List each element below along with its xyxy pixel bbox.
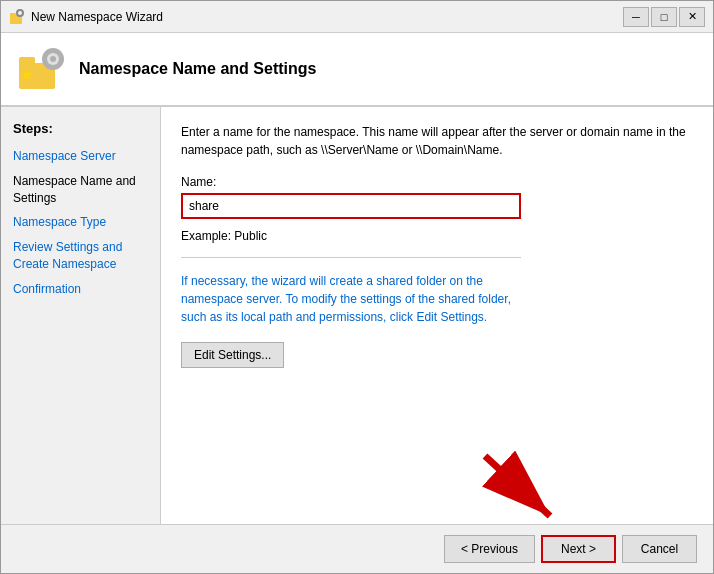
svg-point-3 xyxy=(18,11,22,15)
name-form-group: Name: xyxy=(181,175,693,219)
sidebar: Steps: Namespace Server Namespace Name a… xyxy=(1,107,161,524)
svg-rect-1 xyxy=(10,13,16,17)
svg-rect-11 xyxy=(43,57,47,61)
sidebar-item-namespace-server[interactable]: Namespace Server xyxy=(1,144,160,169)
sidebar-item-namespace-name-settings[interactable]: Namespace Name and Settings xyxy=(1,169,160,211)
info-text: If necessary, the wizard will create a s… xyxy=(181,272,521,326)
svg-rect-5 xyxy=(19,57,35,67)
title-bar: New Namespace Wizard ─ □ ✕ xyxy=(1,1,713,33)
edit-settings-button[interactable]: Edit Settings... xyxy=(181,342,284,368)
svg-rect-10 xyxy=(51,65,55,69)
wizard-window: New Namespace Wizard ─ □ ✕ xyxy=(0,0,714,574)
sidebar-item-review-settings[interactable]: Review Settings and Create Namespace xyxy=(1,235,160,277)
example-text: Example: Public xyxy=(181,229,693,243)
next-button[interactable]: Next > xyxy=(541,535,616,563)
wizard-icon xyxy=(17,45,65,93)
main-panel: Enter a name for the namespace. This nam… xyxy=(161,107,713,524)
sidebar-item-confirmation[interactable]: Confirmation xyxy=(1,277,160,302)
wizard-header: Namespace Name and Settings xyxy=(1,33,713,107)
previous-button[interactable]: < Previous xyxy=(444,535,535,563)
close-button[interactable]: ✕ xyxy=(679,7,705,27)
steps-heading: Steps: xyxy=(1,117,160,144)
page-title: Namespace Name and Settings xyxy=(79,60,316,78)
description-text: Enter a name for the namespace. This nam… xyxy=(181,123,693,159)
sidebar-item-namespace-type[interactable]: Namespace Type xyxy=(1,210,160,235)
svg-point-8 xyxy=(50,56,56,62)
name-label: Name: xyxy=(181,175,693,189)
footer: < Previous Next > Cancel xyxy=(1,524,713,573)
cancel-button[interactable]: Cancel xyxy=(622,535,697,563)
titlebar-icon xyxy=(9,9,25,25)
name-input[interactable] xyxy=(181,193,521,219)
svg-rect-9 xyxy=(51,49,55,53)
title-bar-buttons: ─ □ ✕ xyxy=(623,7,705,27)
svg-rect-12 xyxy=(59,57,63,61)
content-area: Steps: Namespace Server Namespace Name a… xyxy=(1,107,713,524)
maximize-button[interactable]: □ xyxy=(651,7,677,27)
divider xyxy=(181,257,521,258)
title-bar-text: New Namespace Wizard xyxy=(31,10,623,24)
minimize-button[interactable]: ─ xyxy=(623,7,649,27)
